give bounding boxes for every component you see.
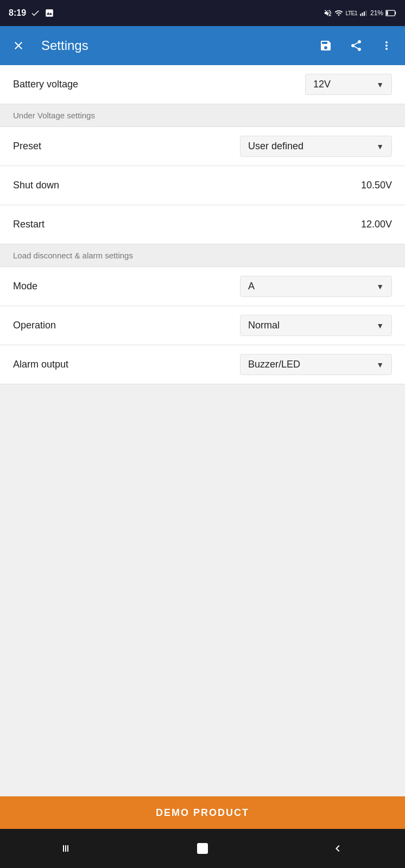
svg-rect-5 <box>395 12 396 15</box>
battery-voltage-label: Battery voltage <box>13 79 305 90</box>
battery-voltage-dropdown[interactable]: 12V ▼ <box>305 74 392 95</box>
svg-rect-3 <box>365 10 366 16</box>
operation-dropdown[interactable]: Normal ▼ <box>240 315 392 336</box>
shut-down-row: Shut down 10.50V <box>0 166 405 205</box>
lte-signal: LTE1 <box>345 10 357 16</box>
svg-rect-8 <box>65 845 66 852</box>
content-spacer <box>0 384 405 796</box>
preset-dropdown[interactable]: User defined ▼ <box>240 136 392 157</box>
svg-rect-10 <box>198 844 207 853</box>
status-left: 8:19 <box>9 8 54 18</box>
svg-rect-2 <box>364 11 365 16</box>
operation-arrow-icon: ▼ <box>376 321 384 330</box>
shut-down-label: Shut down <box>13 180 361 191</box>
operation-row: Operation Normal ▼ <box>0 306 405 345</box>
preset-label: Preset <box>13 141 240 152</box>
battery-voltage-arrow-icon: ▼ <box>376 80 384 89</box>
preset-arrow-icon: ▼ <box>376 142 384 151</box>
battery-percent: 21% <box>370 9 383 17</box>
mute-icon <box>324 9 332 17</box>
status-icons: LTE1 21% <box>324 9 396 17</box>
alarm-output-arrow-icon: ▼ <box>376 360 384 369</box>
settings-content: Battery voltage 12V ▼ Under Voltage sett… <box>0 65 405 796</box>
under-voltage-header-label: Under Voltage settings <box>13 111 95 120</box>
image-icon <box>45 8 54 18</box>
mode-dropdown[interactable]: A ▼ <box>240 276 392 297</box>
mode-label: Mode <box>13 281 240 292</box>
battery-voltage-value: 12V <box>313 79 370 90</box>
battery-voltage-row: Battery voltage 12V ▼ <box>0 65 405 104</box>
battery-icon <box>385 9 396 17</box>
app-bar: Settings <box>0 26 405 65</box>
demo-banner: DEMO PRODUCT <box>0 796 405 829</box>
operation-label: Operation <box>13 320 240 331</box>
app-bar-actions <box>316 36 396 55</box>
mode-row: Mode A ▼ <box>0 267 405 306</box>
restart-value: 12.00V <box>361 219 392 230</box>
svg-rect-1 <box>362 12 363 16</box>
under-voltage-section-header: Under Voltage settings <box>0 104 405 127</box>
recent-apps-button[interactable] <box>51 838 84 859</box>
more-options-button[interactable] <box>377 36 396 55</box>
mode-arrow-icon: ▼ <box>376 282 384 291</box>
page-title: Settings <box>41 38 316 53</box>
nav-bar <box>0 829 405 868</box>
save-button[interactable] <box>316 36 336 55</box>
share-button[interactable] <box>346 36 366 55</box>
check-icon <box>30 8 40 18</box>
wifi-icon <box>334 9 343 17</box>
alarm-output-label: Alarm output <box>13 359 240 370</box>
alarm-output-row: Alarm output Buzzer/LED ▼ <box>0 345 405 384</box>
alarm-output-dropdown[interactable]: Buzzer/LED ▼ <box>240 354 392 375</box>
signal-bars-icon <box>359 9 368 17</box>
svg-rect-6 <box>386 11 388 15</box>
svg-rect-7 <box>63 845 64 852</box>
status-time: 8:19 <box>9 8 26 18</box>
preset-row: Preset User defined ▼ <box>0 127 405 166</box>
svg-rect-0 <box>360 14 361 16</box>
status-bar: 8:19 LTE1 21% <box>0 0 405 26</box>
restart-label: Restart <box>13 219 361 230</box>
demo-text: DEMO PRODUCT <box>156 807 249 819</box>
operation-value: Normal <box>248 320 370 331</box>
load-disconnect-header-label: Load disconnect & alarm settings <box>13 251 133 260</box>
alarm-output-value: Buzzer/LED <box>248 359 370 370</box>
restart-row: Restart 12.00V <box>0 205 405 244</box>
preset-value: User defined <box>248 141 370 152</box>
back-button[interactable] <box>321 838 354 859</box>
shut-down-value: 10.50V <box>361 180 392 191</box>
close-button[interactable] <box>9 36 28 55</box>
svg-rect-9 <box>67 845 68 852</box>
mode-value: A <box>248 281 370 292</box>
home-button[interactable] <box>186 838 219 859</box>
load-disconnect-section-header: Load disconnect & alarm settings <box>0 244 405 267</box>
